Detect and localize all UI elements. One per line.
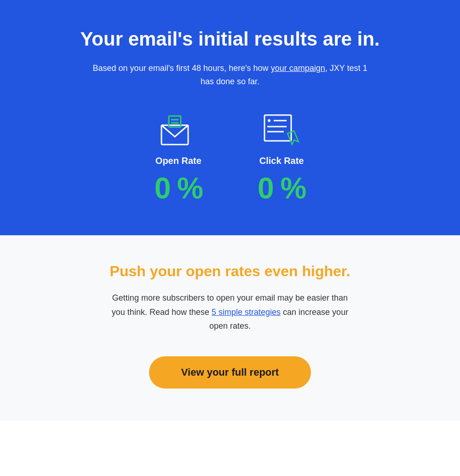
svg-marker-9 [288, 131, 299, 145]
open-rate-label: Open Rate [155, 156, 201, 166]
promo-title: Push your open rates even higher. [37, 263, 423, 280]
main-title: Your email's initial results are in. [37, 28, 423, 51]
campaign-link[interactable]: your campaign [271, 64, 325, 73]
click-rate-value: 0 % [258, 174, 305, 203]
click-rate-label: Click Rate [259, 156, 304, 166]
cursor-click-icon [261, 111, 302, 148]
strategies-link[interactable]: 5 simple strategies [212, 308, 281, 317]
svg-rect-4 [264, 115, 291, 141]
email-open-icon [158, 111, 199, 148]
white-section: Push your open rates even higher. Gettin… [0, 235, 460, 421]
open-rate-metric: Open Rate 0 % [155, 111, 202, 203]
open-rate-value: 0 % [155, 174, 202, 203]
metrics-row: Open Rate 0 % [37, 111, 423, 203]
click-rate-metric: Click Rate 0 % [258, 111, 305, 203]
blue-section: Your email's initial results are in. Bas… [0, 0, 460, 235]
subtitle: Based on your email's first 48 hours, he… [92, 62, 368, 88]
subtitle-text-before-link: Based on your email's first 48 hours, he… [93, 64, 271, 73]
view-report-button[interactable]: View your full report [149, 356, 311, 389]
promo-text: Getting more subscribers to open your em… [106, 291, 354, 333]
svg-point-5 [268, 119, 270, 122]
email-container: Your email's initial results are in. Bas… [0, 0, 460, 476]
